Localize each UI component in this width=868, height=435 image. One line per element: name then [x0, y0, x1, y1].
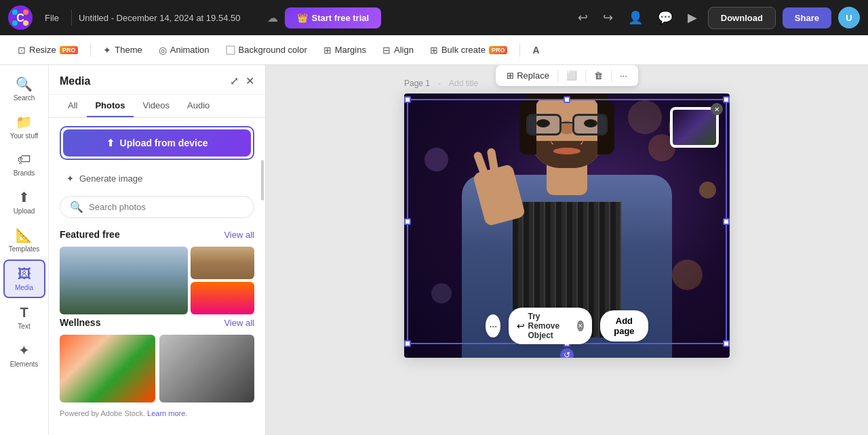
img-tool-divider-1	[557, 70, 558, 82]
sidebar-item-brands[interactable]: 🏷 Brands	[3, 146, 45, 182]
canvas-wrapper: Page 1 - Add title ⊞ Replace ⬜	[404, 79, 730, 358]
crop-tool-button[interactable]: ⬜	[561, 68, 583, 83]
start-trial-button[interactable]: 👑 Start free trial	[285, 7, 382, 28]
align-button[interactable]: ⊟ Align	[376, 41, 420, 59]
file-menu-button[interactable]: File	[39, 10, 64, 26]
canvas-bottom-bar: ··· ↩ Try Remove Object ✕ Add page	[486, 308, 648, 344]
animation-tool-button[interactable]: ◎ Animation	[152, 41, 216, 59]
featured-photo-rock[interactable]	[191, 247, 254, 279]
featured-photo-fog[interactable]	[60, 247, 188, 314]
media-content-area: ⬆ Upload from device ✦ Generate image 🔍 …	[49, 118, 265, 435]
learn-more-link[interactable]: Learn more.	[147, 409, 187, 417]
add-page-button[interactable]: Add page	[600, 310, 648, 341]
featured-view-all-button[interactable]: View all	[224, 230, 254, 240]
collaborators-button[interactable]: 👤	[624, 6, 647, 29]
eye-left	[536, 119, 550, 127]
search-photos-input[interactable]	[89, 202, 244, 212]
comments-button[interactable]: 💬	[654, 6, 677, 29]
tab-videos[interactable]: Videos	[135, 95, 178, 117]
editor-toolbar: ⊡ Resize PRO ✦ Theme ◎ Animation Backgro…	[0, 35, 868, 65]
close-thumbnail-button[interactable]: ✕	[711, 103, 723, 115]
replace-tool-button[interactable]: ⊞ Replace	[501, 68, 555, 83]
remove-object-icon: ↩	[517, 320, 525, 331]
expand-panel-button[interactable]: ⤢	[230, 75, 239, 87]
upload-arrow-icon: ⬆	[106, 138, 115, 148]
generate-image-button[interactable]: ✦ Generate image	[60, 167, 254, 190]
cloud-save-icon[interactable]: ☁	[267, 12, 278, 24]
remove-object-container: ↩ Try Remove Object ✕	[509, 308, 591, 344]
resize-pro-badge: PRO	[60, 46, 79, 54]
bg-color-icon	[226, 45, 235, 55]
sidebar-item-elements[interactable]: ✦ Elements	[3, 337, 45, 373]
media-tabs: All Photos Videos Audio	[49, 95, 265, 118]
featured-photos-grid	[60, 247, 254, 314]
theme-icon: ✦	[103, 45, 111, 56]
margins-icon: ⊞	[323, 45, 332, 56]
upload-icon: ⬆	[18, 189, 30, 205]
img-tool-divider-3	[611, 70, 612, 82]
upload-from-device-button[interactable]: ⬆ Upload from device	[63, 129, 251, 157]
featured-section-header: Featured free View all	[60, 229, 254, 240]
canvas-area[interactable]: Page 1 - Add title ⊞ Replace ⬜	[266, 65, 868, 435]
more-element-options-button[interactable]: ···	[614, 68, 633, 83]
more-options-button[interactable]: ···	[486, 314, 500, 337]
sidebar-item-upload[interactable]: ⬆ Upload	[3, 184, 45, 220]
tab-all[interactable]: All	[60, 95, 85, 117]
wellness-view-all-button[interactable]: View all	[224, 318, 254, 328]
translate-button[interactable]: A	[526, 41, 546, 59]
image-toolbar: ⊞ Replace ⬜ 🗑 ···	[496, 65, 638, 86]
page-number-label: Page 1	[404, 79, 430, 88]
align-icon: ⊟	[382, 45, 391, 56]
present-button[interactable]: ▶	[684, 6, 701, 29]
remove-object-close-button[interactable]: ✕	[577, 320, 584, 331]
sparkle-icon: ✦	[66, 173, 74, 184]
text-icon: T	[20, 305, 28, 320]
tab-audio[interactable]: Audio	[179, 95, 218, 117]
tab-photos[interactable]: Photos	[87, 95, 133, 117]
bulk-create-pro-badge: PRO	[489, 46, 508, 54]
your-stuff-icon: 📁	[16, 114, 33, 130]
search-box-icon: 🔍	[70, 201, 83, 213]
media-panel-scrollbar[interactable]	[261, 160, 264, 201]
redo-button[interactable]: ↪	[599, 6, 617, 29]
featured-section-title: Featured free	[60, 229, 120, 240]
svg-point-5	[23, 20, 28, 26]
canva-logo[interactable]: C	[8, 5, 33, 30]
sidebar-item-text[interactable]: T Text	[3, 299, 45, 335]
share-button[interactable]: Share	[783, 7, 831, 28]
brands-icon: 🏷	[18, 152, 31, 167]
user-avatar[interactable]: U	[838, 7, 860, 28]
undo-button[interactable]: ↩	[574, 6, 592, 29]
media-panel: Media ⤢ ✕ All Photos Videos Audio ⬆ Uplo…	[49, 65, 266, 435]
bg-color-button[interactable]: Background color	[219, 41, 314, 58]
page-thumbnail-panel: ✕	[670, 107, 719, 148]
search-icon: 🔍	[16, 76, 33, 92]
toolbar-divider-1	[90, 43, 91, 57]
delete-element-button[interactable]: 🗑	[589, 68, 608, 83]
media-panel-header: Media ⤢ ✕	[49, 65, 265, 95]
wellness-photo-veggies[interactable]	[60, 335, 155, 402]
sidebar-item-media[interactable]: 🖼 Media	[3, 260, 45, 298]
bulk-create-button[interactable]: ⊞ Bulk create PRO	[423, 41, 515, 59]
crown-icon: 👑	[297, 13, 308, 23]
crop-icon: ⬜	[566, 70, 577, 81]
theme-tool-button[interactable]: ✦ Theme	[96, 41, 149, 59]
featured-photo-sunset[interactable]	[191, 282, 254, 314]
sidebar-item-your-stuff[interactable]: 📁 Your stuff	[3, 108, 45, 145]
add-title-text[interactable]: Add title	[449, 79, 478, 88]
svg-point-3	[23, 9, 28, 15]
topbar-divider-1	[71, 9, 72, 26]
sidebar-item-templates[interactable]: 📐 Templates	[3, 222, 45, 258]
download-button[interactable]: Download	[708, 7, 776, 29]
close-panel-button[interactable]: ✕	[245, 75, 254, 87]
featured-small-stack	[191, 247, 254, 314]
left-sidebar: 🔍 Search 📁 Your stuff 🏷 Brands ⬆ Upload …	[0, 65, 49, 435]
svg-point-4	[12, 20, 18, 26]
resize-tool-button[interactable]: ⊡ Resize PRO	[11, 41, 85, 59]
img-tool-divider-2	[585, 70, 586, 82]
wellness-photo-fitness[interactable]	[159, 335, 255, 402]
sidebar-item-search[interactable]: 🔍 Search	[3, 70, 45, 107]
powered-by-text: Powered by Adobe Stock. Learn more.	[60, 409, 254, 417]
margins-button[interactable]: ⊞ Margins	[317, 41, 373, 59]
wellness-photos-grid	[60, 335, 254, 402]
